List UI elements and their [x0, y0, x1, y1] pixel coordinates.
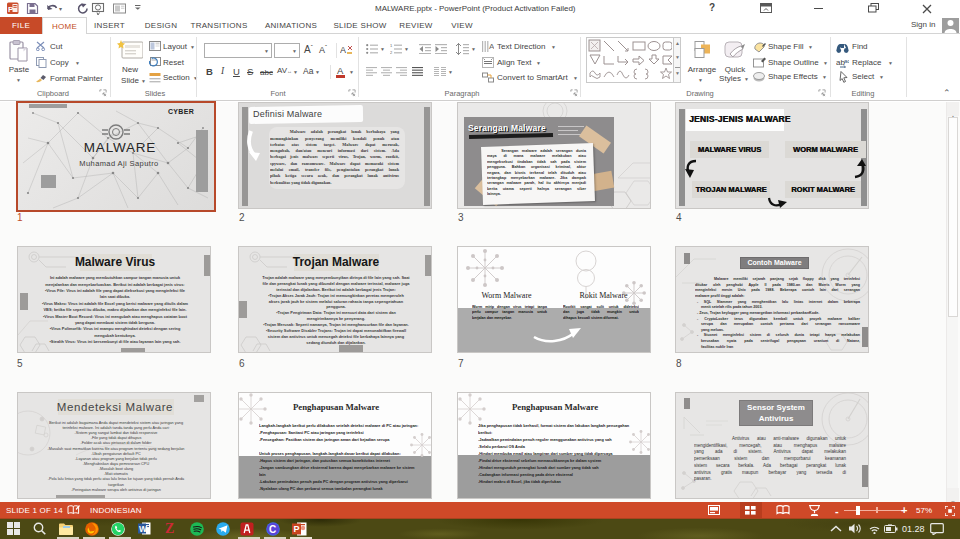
svg-text:C: C — [269, 524, 276, 535]
svg-text:1: 1 — [390, 44, 393, 48]
svg-text:A: A — [489, 42, 494, 51]
svg-text:P: P — [8, 5, 14, 14]
svg-text:A: A — [340, 45, 346, 55]
svg-text:2: 2 — [390, 50, 393, 54]
svg-text:P: P — [294, 524, 300, 534]
svg-text:▾: ▾ — [59, 6, 62, 12]
svg-text:ac: ac — [844, 58, 849, 64]
svg-text:W: W — [139, 524, 148, 534]
